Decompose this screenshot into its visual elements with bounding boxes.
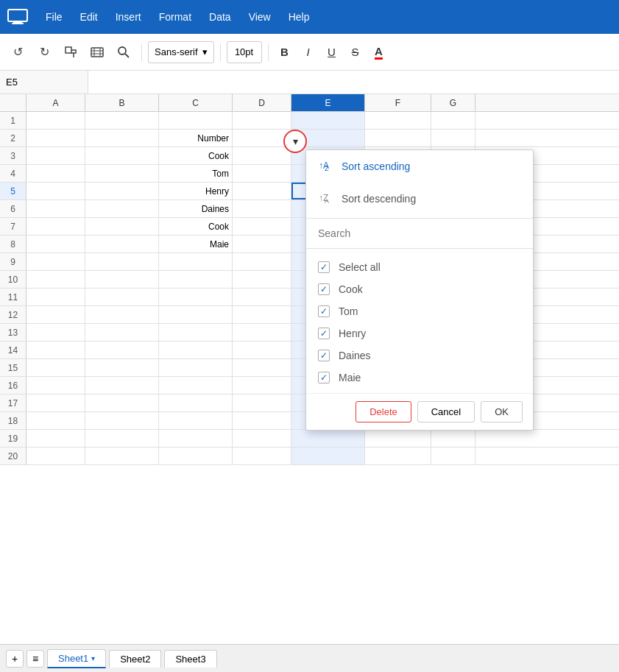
- cell-c7[interactable]: Cook: [159, 218, 233, 235]
- cell-d8[interactable]: [233, 236, 291, 252]
- sort-ascending-item[interactable]: ↑A Z Sort ascending: [306, 150, 533, 183]
- tab-sheet1[interactable]: Sheet1 ▾: [47, 649, 106, 668]
- checkbox-cook[interactable]: ✓ Cook: [306, 278, 533, 300]
- add-sheet-button[interactable]: +: [6, 650, 24, 668]
- cell-c5[interactable]: Henry: [159, 183, 233, 199]
- search-button[interactable]: [112, 40, 135, 64]
- font-selector[interactable]: Sans-serif ▾: [148, 41, 214, 63]
- cell-g1[interactable]: [431, 112, 475, 129]
- cell-a3[interactable]: [26, 147, 85, 164]
- undo-button[interactable]: ↺: [6, 40, 29, 64]
- cell-c6[interactable]: Daines: [159, 200, 233, 217]
- checkbox-maie[interactable]: ✓ Maie: [306, 367, 533, 389]
- menu-format[interactable]: Format: [152, 8, 199, 26]
- filter-item-cook: Cook: [339, 283, 363, 295]
- cell-a7[interactable]: [26, 218, 85, 235]
- cell-c4[interactable]: Tom: [159, 165, 233, 182]
- menu-help[interactable]: Help: [281, 8, 317, 26]
- cell-a4[interactable]: [26, 165, 85, 182]
- cell-b7[interactable]: [85, 218, 159, 235]
- underline-button[interactable]: U: [322, 41, 342, 63]
- cell-b3[interactable]: [85, 147, 159, 164]
- sheets-menu-button[interactable]: ≡: [26, 650, 44, 668]
- cell-d7[interactable]: [233, 218, 291, 235]
- col-header-f[interactable]: F: [365, 94, 431, 111]
- paint-format-button[interactable]: [59, 40, 82, 64]
- checkbox-henry-box[interactable]: ✓: [318, 328, 330, 339]
- separator-2: [220, 43, 221, 61]
- tab-sheet3[interactable]: Sheet3: [164, 650, 216, 668]
- cell-d2[interactable]: [233, 130, 291, 146]
- cancel-button[interactable]: Cancel: [417, 401, 475, 422]
- menu-view[interactable]: View: [241, 8, 278, 26]
- menu-insert[interactable]: Insert: [108, 8, 149, 26]
- col-header-e[interactable]: E: [291, 94, 365, 111]
- menu-edit[interactable]: Edit: [73, 8, 105, 26]
- col-header-d[interactable]: D: [233, 94, 291, 111]
- cell-b5[interactable]: [85, 183, 159, 199]
- clear-format-button[interactable]: [85, 40, 109, 64]
- cell-d5[interactable]: [233, 183, 291, 199]
- col-header-a[interactable]: A: [26, 94, 85, 111]
- checkbox-henry[interactable]: ✓ Henry: [306, 322, 533, 344]
- toolbar: ↺ ↻ Sans-serif ▾ 10pt B I U S A: [0, 34, 619, 71]
- cell-f1[interactable]: [365, 112, 431, 129]
- cell-e1[interactable]: [291, 112, 365, 129]
- cell-a6[interactable]: [26, 200, 85, 217]
- cell-d1[interactable]: [233, 112, 291, 129]
- cell-c2[interactable]: Number: [159, 130, 233, 146]
- popup-divider-1: [306, 218, 533, 219]
- font-color-button[interactable]: A: [369, 41, 389, 63]
- ok-button[interactable]: OK: [481, 401, 523, 422]
- cell-a1[interactable]: [26, 112, 85, 129]
- checkbox-daines-box[interactable]: ✓: [318, 350, 330, 361]
- checkbox-tom-box[interactable]: ✓: [318, 305, 330, 317]
- cell-c8[interactable]: Maie: [159, 236, 233, 252]
- checkbox-select-all[interactable]: ✓ Select all: [306, 256, 533, 278]
- popup-footer: Delete Cancel OK: [306, 393, 533, 430]
- cell-b8[interactable]: [85, 236, 159, 252]
- checkbox-tom[interactable]: ✓ Tom: [306, 300, 533, 322]
- separator-1: [141, 43, 142, 61]
- table-row: 2 Number: [0, 130, 619, 147]
- cell-d4[interactable]: [233, 165, 291, 182]
- filter-item-maie: Maie: [339, 372, 361, 383]
- cell-c1[interactable]: [159, 112, 233, 129]
- col-header-g[interactable]: G: [431, 94, 475, 111]
- checkbox-daines[interactable]: ✓ Daines: [306, 344, 533, 367]
- font-size-box[interactable]: 10pt: [227, 41, 262, 63]
- search-input[interactable]: [318, 227, 521, 239]
- cell-b6[interactable]: [85, 200, 159, 217]
- grid-container: A B C D E F G 1 2: [0, 94, 619, 644]
- checkbox-cook-box[interactable]: ✓: [318, 283, 330, 295]
- chevron-down-icon: ▾: [293, 135, 298, 147]
- menu-data[interactable]: Data: [202, 8, 238, 26]
- col-header-b[interactable]: B: [85, 94, 159, 111]
- delete-button[interactable]: Delete: [356, 401, 411, 422]
- cell-a5[interactable]: [26, 183, 85, 199]
- checkbox-maie-box[interactable]: ✓: [318, 372, 330, 383]
- col-header-c[interactable]: C: [159, 94, 233, 111]
- cell-b1[interactable]: [85, 112, 159, 129]
- cell-g2[interactable]: [431, 130, 475, 146]
- cell-d6[interactable]: [233, 200, 291, 217]
- filter-dropdown-button[interactable]: ▾: [283, 130, 307, 153]
- checkbox-select-all-box[interactable]: ✓: [318, 261, 330, 273]
- cell-name-box[interactable]: E5: [0, 71, 88, 93]
- bold-button[interactable]: B: [275, 41, 295, 63]
- cell-d3[interactable]: [233, 147, 291, 164]
- redo-button[interactable]: ↻: [32, 40, 56, 64]
- cell-b2[interactable]: [85, 130, 159, 146]
- menu-file[interactable]: File: [38, 8, 70, 26]
- cell-a8[interactable]: [26, 236, 85, 252]
- italic-button[interactable]: I: [298, 41, 319, 63]
- sort-descending-item[interactable]: ↑Z A Sort descending: [306, 183, 533, 215]
- tab-sheet2[interactable]: Sheet2: [109, 650, 161, 668]
- strikethrough-button[interactable]: S: [345, 41, 366, 63]
- font-dropdown-icon: ▾: [202, 46, 208, 57]
- cell-f2[interactable]: [365, 130, 431, 146]
- cell-b4[interactable]: [85, 165, 159, 182]
- filter-item-daines: Daines: [339, 350, 371, 361]
- cell-a2[interactable]: [26, 130, 85, 146]
- cell-c3[interactable]: Cook: [159, 147, 233, 164]
